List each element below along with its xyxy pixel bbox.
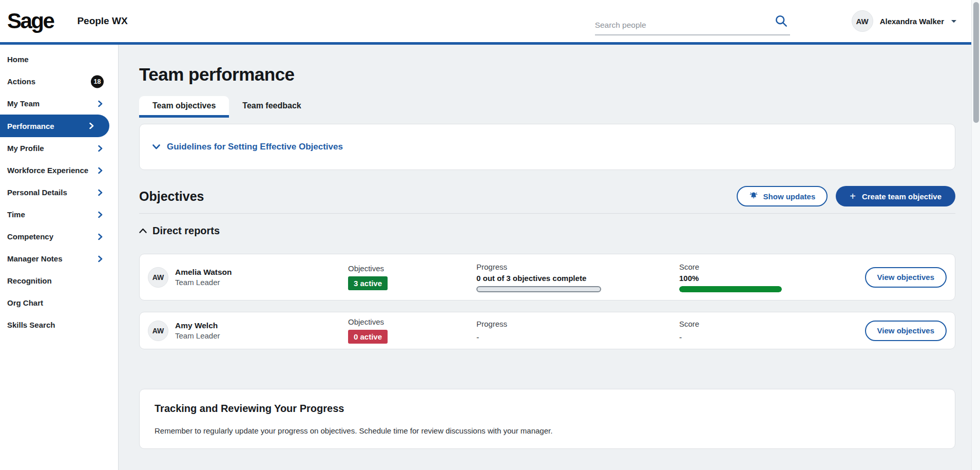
score-text: 100% xyxy=(679,274,852,283)
chevron-up-icon xyxy=(139,226,147,235)
sidebar-item-recognition[interactable]: Recognition xyxy=(0,270,118,292)
progress-text: - xyxy=(476,333,679,342)
top-header: Sage People WX AW Alexandra Walker xyxy=(0,0,971,42)
active-count-badge: 3 active xyxy=(348,276,388,290)
score-bar-fill xyxy=(679,286,782,292)
score-cell: Score 100% xyxy=(679,262,852,292)
page-title: Team performance xyxy=(139,64,955,85)
person-cell: AW Amy Welch Team Leader xyxy=(148,321,348,341)
sidebar: Home Actions 18 My Team Performance My P… xyxy=(0,45,119,470)
guidelines-label: Guidelines for Setting Effective Objecti… xyxy=(167,142,343,152)
view-objectives-button[interactable]: View objectives xyxy=(865,321,947,341)
sidebar-item-label: Manager Notes xyxy=(7,254,63,263)
person-name: Amelia Watson xyxy=(175,267,232,277)
direct-reports-heading: Direct reports xyxy=(152,225,220,237)
vertical-scrollbar[interactable] xyxy=(971,0,980,470)
objectives-header: Objectives Show updates + Create team ob… xyxy=(139,186,955,214)
sidebar-item-label: Home xyxy=(7,55,29,64)
sidebar-item-performance[interactable]: Performance xyxy=(0,115,109,137)
show-updates-label: Show updates xyxy=(763,192,816,201)
chevron-right-icon xyxy=(98,145,103,152)
score-cell: Score - xyxy=(679,319,852,342)
sage-logo[interactable]: Sage xyxy=(7,9,53,33)
tracking-title: Tracking and Reviewing Your Progress xyxy=(155,403,940,415)
search-box[interactable] xyxy=(595,14,790,35)
progress-text: 0 out of 3 objectives complete xyxy=(476,274,679,283)
person-role: Team Leader xyxy=(175,331,220,341)
user-menu[interactable]: AW Alexandra Walker xyxy=(852,10,957,32)
sidebar-item-time[interactable]: Time xyxy=(0,203,118,225)
score-text: - xyxy=(679,333,852,342)
progress-cell-label: Progress xyxy=(476,319,679,328)
avatar[interactable]: AW xyxy=(852,10,873,32)
chevron-right-icon xyxy=(98,167,103,174)
tab-team-objectives[interactable]: Team objectives xyxy=(139,96,229,118)
objectives-cell: Objectives 0 active xyxy=(348,317,476,344)
tab-team-feedback[interactable]: Team feedback xyxy=(229,96,314,118)
active-count-badge: 0 active xyxy=(348,330,388,344)
objectives-actions: Show updates + Create team objective xyxy=(737,186,955,206)
chevron-right-icon xyxy=(98,255,103,262)
tracking-body: Remember to regularly update your progre… xyxy=(155,426,940,435)
show-updates-button[interactable]: Show updates xyxy=(737,186,828,206)
create-team-objective-label: Create team objective xyxy=(862,192,941,201)
progress-cell: Progress 0 out of 3 objectives complete xyxy=(476,262,679,292)
objectives-cell: Objectives 3 active xyxy=(348,264,476,290)
sidebar-item-label: Performance xyxy=(7,122,54,130)
view-objectives-button[interactable]: View objectives xyxy=(865,267,947,288)
sidebar-item-label: Org Chart xyxy=(7,298,43,307)
plus-icon: + xyxy=(850,191,856,201)
sidebar-item-label: Competency xyxy=(7,232,53,241)
tracking-info-card: Tracking and Reviewing Your Progress Rem… xyxy=(139,389,955,449)
avatar: AW xyxy=(148,321,168,341)
chevron-right-icon xyxy=(98,211,103,218)
objectives-cell-label: Objectives xyxy=(348,264,476,273)
progress-cell-label: Progress xyxy=(476,262,679,271)
sidebar-item-workforce-experience[interactable]: Workforce Experience xyxy=(0,159,118,181)
progress-bar xyxy=(476,286,601,292)
sidebar-item-manager-notes[interactable]: Manager Notes xyxy=(0,248,118,270)
user-name: Alexandra Walker xyxy=(880,17,944,26)
avatar: AW xyxy=(148,267,168,288)
actions-count-badge: 18 xyxy=(91,75,104,88)
sidebar-item-actions[interactable]: Actions 18 xyxy=(0,70,118,92)
sidebar-item-skills-search[interactable]: Skills Search xyxy=(0,314,118,336)
person-role: Team Leader xyxy=(175,277,232,288)
objectives-cell-label: Objectives xyxy=(348,317,476,326)
person-name: Amy Welch xyxy=(175,321,220,330)
sidebar-item-my-team[interactable]: My Team xyxy=(0,92,118,115)
sidebar-item-label: Actions xyxy=(7,77,35,86)
score-cell-label: Score xyxy=(679,262,852,271)
sidebar-item-org-chart[interactable]: Org Chart xyxy=(0,292,118,314)
sidebar-item-home[interactable]: Home xyxy=(0,48,118,70)
score-bar xyxy=(679,286,782,292)
table-row: AW Amy Welch Team Leader Objectives 0 ac… xyxy=(139,312,955,349)
chevron-right-icon xyxy=(89,123,94,129)
chevron-down-icon xyxy=(152,142,160,152)
chevron-right-icon xyxy=(98,100,103,107)
sidebar-item-label: Personal Details xyxy=(7,188,67,197)
sidebar-item-label: My Profile xyxy=(7,144,44,153)
header-accent-rule xyxy=(0,42,971,45)
chevron-right-icon xyxy=(98,233,103,240)
sidebar-item-competency[interactable]: Competency xyxy=(0,225,118,248)
sidebar-item-label: Workforce Experience xyxy=(7,166,88,175)
sidebar-item-label: My Team xyxy=(7,99,40,108)
scrollbar-thumb[interactable] xyxy=(973,2,979,123)
search-icon[interactable] xyxy=(774,14,788,30)
create-team-objective-button[interactable]: + Create team objective xyxy=(836,186,955,206)
table-row: AW Amelia Watson Team Leader Objectives … xyxy=(139,254,955,300)
sidebar-item-my-profile[interactable]: My Profile xyxy=(0,137,118,159)
main-content: Team performance Team objectives Team fe… xyxy=(119,45,971,470)
sidebar-item-personal-details[interactable]: Personal Details xyxy=(0,181,118,203)
page: Sage People WX AW Alexandra Walker Home … xyxy=(0,0,980,470)
objectives-heading: Objectives xyxy=(139,189,204,204)
guidelines-accordion[interactable]: Guidelines for Setting Effective Objecti… xyxy=(139,124,955,170)
direct-reports-toggle[interactable]: Direct reports xyxy=(139,224,955,237)
caret-down-icon xyxy=(951,16,957,26)
person-cell: AW Amelia Watson Team Leader xyxy=(148,267,348,288)
sidebar-item-label: Recognition xyxy=(7,276,52,285)
tab-bar: Team objectives Team feedback xyxy=(139,96,955,118)
progress-cell: Progress - xyxy=(476,319,679,342)
search-input[interactable] xyxy=(595,21,774,30)
